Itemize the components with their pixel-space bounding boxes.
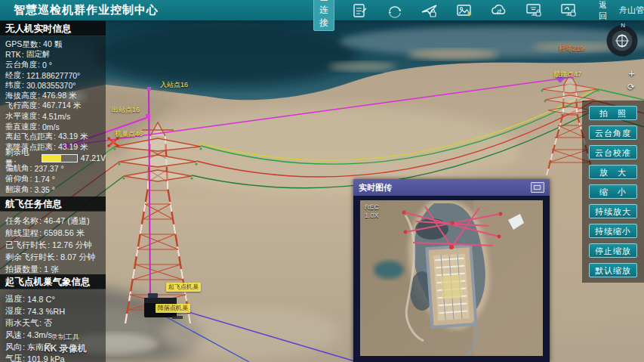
- info-row: 偏航角237.37 °: [5, 164, 106, 175]
- video-title-bar[interactable]: 实时图传: [353, 179, 550, 196]
- battery-voltage: 47.21V: [81, 153, 106, 162]
- info-row: 云台角度0 °: [5, 60, 106, 70]
- info-row: 海拔高度476.98 米: [5, 91, 106, 101]
- info-row: 飞行高度467.714 米: [5, 101, 106, 112]
- take-photo-button[interactable]: 拍 照: [589, 106, 637, 120]
- rec-indicator: REC: [365, 203, 379, 212]
- camera-control-column: 拍 照 云台角度 云台校准 放 大 缩 小 持续放大 持续缩小 停止缩放 默认缩…: [582, 101, 644, 283]
- sync-icon[interactable]: [386, 2, 404, 19]
- video-popout-icon[interactable]: [531, 182, 544, 193]
- org-menu-button[interactable]: 舟山管理: [619, 5, 644, 16]
- back-button[interactable]: 返回: [599, 0, 607, 22]
- nest-monitor-lock-icon[interactable]: [559, 2, 578, 19]
- gimbal-calibrate-button[interactable]: 云台校准: [589, 145, 637, 159]
- info-row: 雨水天气否: [5, 317, 106, 330]
- info-row: 湿度74.3 %RH: [5, 305, 106, 317]
- left-info-panel: 无人机实时信息 GPS星数40 颗 RTK固定解 云台角度0 ° 经度121.8…: [0, 20, 106, 362]
- aerial-view-image: [360, 200, 543, 356]
- info-row: 水平速度4.51m/s: [5, 111, 106, 122]
- info-row: 离起飞点距离43.19 米: [5, 131, 106, 142]
- nest-label: 降落点机巢: [156, 304, 190, 313]
- task-list-icon[interactable]: [351, 2, 369, 19]
- info-row: 剩余飞行时长8.07 分钟: [5, 251, 106, 263]
- info-row: RTK固定解: [5, 50, 106, 60]
- connection-status-badge: 已连接: [313, 0, 334, 31]
- section-title-task-info: 航飞任务信息: [0, 196, 106, 212]
- continuous-zoom-out-button[interactable]: 持续缩小: [589, 224, 637, 238]
- top-bar: 智慧巡检机群作业控制中心 已连接: [0, 0, 644, 20]
- zoom-in-button[interactable]: 放 大: [589, 165, 637, 179]
- live-video-panel: 实时图传 REC 1.0X: [353, 179, 550, 362]
- tower-label: 杆塔219: [559, 44, 584, 54]
- app-window: 入站点16 出站点16 机巢点46 杆塔219 航路点47 起飞点机巢 降落点机…: [0, 0, 644, 362]
- battery-row: 剩余电量 47.21V: [5, 153, 106, 164]
- zoom-out-button[interactable]: 缩 小: [589, 184, 637, 199]
- waypoint-label: 机巢点46: [115, 129, 143, 139]
- info-row: 温度14.8 C°: [5, 293, 106, 305]
- video-feed[interactable]: REC 1.0X: [360, 200, 543, 356]
- info-row: 已飞行时长12.76 分钟: [5, 240, 106, 252]
- media-photo-icon[interactable]: [455, 2, 473, 19]
- battery-bar: [42, 154, 77, 162]
- compass-north-label: N: [621, 22, 625, 29]
- video-zoom-level: 1.0X: [365, 212, 379, 220]
- flight-lock-icon[interactable]: [421, 2, 439, 19]
- recorder-watermark: 录制工具 KK 录像机: [44, 333, 87, 355]
- gimbal-angle-button[interactable]: 云台角度: [589, 125, 637, 140]
- info-row: 经度121.88627770°: [5, 70, 106, 81]
- info-row: 航线里程6598.56 米: [5, 227, 106, 240]
- video-overlay-text: REC 1.0X: [365, 203, 379, 220]
- continuous-zoom-in-button[interactable]: 持续放大: [589, 204, 637, 218]
- info-row: 拍摄数量1 张: [5, 263, 106, 275]
- section-title-weather-info: 起飞点机巢气象信息: [0, 274, 106, 289]
- default-zoom-button[interactable]: 默认缩放: [589, 263, 637, 277]
- stop-zoom-button[interactable]: 停止缩放: [589, 243, 637, 258]
- nest-label: 起飞点机巢: [166, 283, 201, 292]
- info-row: 垂直速度0m/s: [5, 122, 106, 132]
- compass-widget[interactable]: [606, 25, 638, 57]
- cloud-sync-icon[interactable]: [490, 2, 508, 19]
- waypoint-label: 入站点16: [160, 80, 188, 90]
- video-panel-title: 实时图传: [359, 182, 531, 193]
- battery-fill: [42, 155, 61, 162]
- section-title-drone-info: 无人机实时信息: [0, 21, 106, 36]
- info-row: GPS星数40 颗: [5, 39, 106, 50]
- info-row: 任务名称46-47 (通道): [5, 215, 106, 227]
- map-reset-button[interactable]: ⟳: [627, 82, 635, 92]
- app-title: 智慧巡检机群作业控制中心: [14, 3, 159, 17]
- waypoint-label: 航路点47: [553, 70, 581, 79]
- drone-info-body: GPS星数40 颗 RTK固定解 云台角度0 ° 经度121.88627770°…: [5, 39, 106, 194]
- map-zoom-in-button[interactable]: +: [628, 68, 635, 79]
- info-row: 俯仰角1.74 °: [5, 174, 106, 184]
- waypoint-label: 出站点16: [112, 105, 140, 115]
- nest-monitor-icon[interactable]: [525, 2, 543, 19]
- info-row: 翻滚角3.35 °: [5, 184, 106, 195]
- info-row: 纬度30.08355370°: [5, 80, 106, 91]
